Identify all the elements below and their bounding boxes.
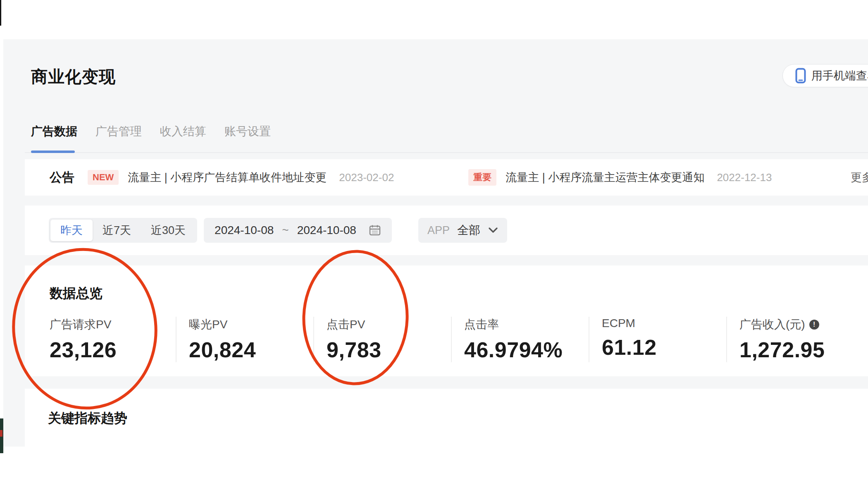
window-edge-artifact <box>0 0 1 26</box>
metric-value: 9,783 <box>327 337 451 362</box>
announcement-title: 公告 <box>50 169 74 186</box>
tab-bar-divider <box>25 152 868 153</box>
tab-income-settlement[interactable]: 收入结算 <box>160 124 206 139</box>
chevron-down-icon <box>488 227 498 234</box>
app-filter-value: 全部 <box>457 222 480 238</box>
view-on-mobile-label: 用手机端查看数据 <box>811 68 868 83</box>
metric-value: 1,272.95 <box>739 337 864 362</box>
data-overview-card: 数据总览 广告请求PV 23,126 曝光PV 20,824 点击PV 9,78… <box>25 265 868 376</box>
new-badge: NEW <box>88 170 119 185</box>
key-metric-trends-card: 关键指标趋势 <box>25 389 868 447</box>
app-filter-dropdown[interactable]: APP 全部 <box>418 218 507 243</box>
metric-value: 61.12 <box>602 335 726 360</box>
tab-ad-management[interactable]: 广告管理 <box>95 124 142 139</box>
calendar-icon <box>369 224 381 237</box>
date-separator: ~ <box>282 224 289 237</box>
metric-ecpm: ECPM 61.12 <box>589 317 726 362</box>
key-metric-trends-title: 关键指标趋势 <box>48 409 868 428</box>
announcement-link-2[interactable]: 流量主 | 小程序流量主运营主体变更通知 <box>506 170 704 185</box>
announcement-date-1: 2023-02-02 <box>339 171 394 184</box>
metric-value: 20,824 <box>189 337 313 362</box>
phone-icon <box>795 68 806 84</box>
tab-ad-data[interactable]: 广告数据 <box>31 124 77 139</box>
background-window-sliver <box>0 418 3 453</box>
range-yesterday-button[interactable]: 昨天 <box>50 220 93 241</box>
metric-ad-revenue: 广告收入(元) ! 1,272.95 <box>726 317 864 362</box>
metric-label: 点击率 <box>464 317 589 332</box>
metric-impression-pv: 曝光PV 20,824 <box>176 317 313 362</box>
quick-range-segmented-control: 昨天 近7天 近30天 <box>49 218 197 243</box>
metrics-row: 广告请求PV 23,126 曝光PV 20,824 点击PV 9,783 点击率… <box>50 317 868 362</box>
metric-label: ECPM <box>602 317 726 330</box>
metric-value: 46.9794% <box>464 337 589 362</box>
announcement-date-2: 2022-12-13 <box>717 171 772 184</box>
announcement-more-link[interactable]: 更多 <box>851 170 868 185</box>
metric-label: 点击PV <box>327 317 451 332</box>
info-icon[interactable]: ! <box>809 320 819 330</box>
metric-click-pv: 点击PV 9,783 <box>313 317 451 362</box>
view-on-mobile-button[interactable]: 用手机端查看数据 <box>782 64 868 87</box>
important-badge: 重要 <box>468 169 496 186</box>
announcement-bar: 公告 NEW 流量主 | 小程序广告结算单收件地址变更 2023-02-02 重… <box>25 159 868 196</box>
date-range-picker[interactable]: 2024-10-08 ~ 2024-10-08 <box>204 218 392 243</box>
metric-label: 曝光PV <box>189 317 313 332</box>
announcement-link-1[interactable]: 流量主 | 小程序广告结算单收件地址变更 <box>128 170 327 185</box>
tab-account-settings[interactable]: 账号设置 <box>224 124 271 139</box>
metric-label: 广告请求PV <box>50 317 176 332</box>
filter-bar: 昨天 近7天 近30天 2024-10-08 ~ 2024-10-08 APP <box>25 206 868 255</box>
metric-value: 23,126 <box>50 337 176 362</box>
date-end: 2024-10-08 <box>297 224 356 237</box>
app-filter-label: APP <box>427 224 450 237</box>
metric-ad-request-pv: 广告请求PV 23,126 <box>50 317 176 362</box>
tab-bar: 广告数据 广告管理 收入结算 账号设置 <box>31 124 271 139</box>
background-window-red-mark <box>0 430 2 437</box>
screen: 商业化变现 用手机端查看数据 广告数据 广告管理 收入结算 账号设置 公告 NE… <box>0 0 868 478</box>
page-title: 商业化变现 <box>31 65 116 88</box>
range-7days-button[interactable]: 近7天 <box>93 220 141 241</box>
date-start: 2024-10-08 <box>215 224 274 237</box>
active-tab-underline <box>31 151 75 153</box>
metric-label: 广告收入(元) ! <box>739 317 864 332</box>
data-overview-title: 数据总览 <box>50 284 868 303</box>
metric-click-rate: 点击率 46.9794% <box>451 317 589 362</box>
metric-label-text: 广告收入(元) <box>739 317 805 332</box>
range-30days-button[interactable]: 近30天 <box>141 220 196 241</box>
